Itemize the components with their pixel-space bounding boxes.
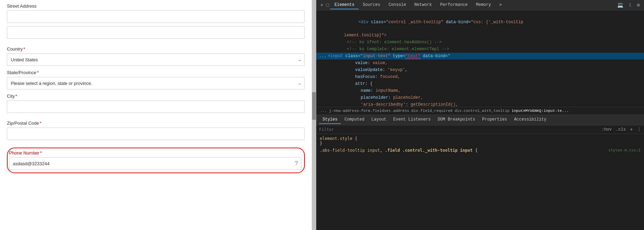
country-label: Country* — [7, 46, 305, 52]
cursor-icon[interactable]: ⌖ — [319, 2, 325, 9]
code-line: lement.tooltip}"> — [316, 32, 644, 39]
tab-console[interactable]: Console — [384, 1, 410, 9]
tab-layout[interactable]: Layout — [368, 116, 390, 124]
phone-required: * — [40, 150, 42, 156]
styles-filter-bar: :hov .cls + ⋮ — [316, 125, 644, 134]
code-line: hasFocus: focused, — [316, 73, 644, 80]
state-label: State/Province* — [7, 70, 305, 75]
breadcrumb-ellipsis[interactable]: ... — [319, 108, 328, 113]
css-element-style-block: element.style { — [320, 136, 641, 141]
code-line: placeholder: placeholder, — [316, 94, 644, 101]
phone-label: Phone Number* — [9, 150, 301, 156]
zip-label: Zip/Postal Code* — [7, 121, 305, 126]
country-select[interactable]: United States — [7, 53, 305, 66]
settings-icon[interactable]: ⚙ — [636, 1, 641, 9]
devtools-breadcrumb: ... j-new-address-form.fieldset.address … — [316, 107, 644, 115]
devtools-icon-group: 💻 1 ⚙ — [616, 1, 641, 9]
state-required: * — [37, 70, 39, 75]
inspect-icon[interactable]: □ — [325, 2, 330, 9]
tab-properties[interactable]: Properties — [479, 116, 510, 124]
tab-elements[interactable]: Elements — [330, 1, 359, 9]
form-panel: Street Address Country* United States ⌄ … — [0, 0, 312, 230]
street-address-label: Street Address — [7, 3, 305, 9]
country-select-wrapper: United States ⌄ — [7, 53, 305, 66]
phone-input[interactable] — [9, 157, 301, 170]
city-input[interactable] — [7, 100, 305, 113]
code-line: value: value, — [316, 60, 644, 67]
devtools-badge: 1 — [627, 2, 633, 8]
state-group: State/Province* Please select a region, … — [7, 70, 305, 89]
tab-sources[interactable]: Sources — [359, 1, 384, 9]
code-line: valueUpdate: 'keyup', — [316, 67, 644, 73]
breadcrumb-field[interactable]: div.field_required — [410, 108, 454, 113]
city-label: City* — [7, 94, 305, 99]
phone-annotation: Phone Number* ? — [7, 148, 305, 173]
zip-input[interactable] — [7, 127, 305, 140]
devtools-toggle-icon[interactable]: 💻 — [616, 1, 625, 9]
street-address-input-1[interactable] — [7, 10, 305, 23]
breadcrumb-input[interactable]: input#MYUGNKQ:input-te... — [510, 108, 570, 113]
form-scroll: Street Address Country* United States ⌄ … — [7, 3, 305, 230]
country-group: Country* United States ⌄ — [7, 46, 305, 66]
add-style-button[interactable]: + — [630, 127, 633, 132]
code-line: <div class="control _with-tooltip" data-… — [316, 12, 644, 32]
street-address-group: Street Address — [7, 3, 305, 42]
code-line: 'aria-describedby': getDescriptionId(), — [316, 101, 644, 107]
zip-group: Zip/Postal Code* — [7, 121, 305, 143]
css-class-block: .abs-field-tooltip input, .field .contro… — [320, 148, 641, 153]
zip-required: * — [40, 121, 42, 126]
tab-memory[interactable]: Memory — [472, 1, 495, 9]
tab-computed[interactable]: Computed — [341, 116, 368, 124]
tab-network[interactable]: Network — [410, 1, 436, 9]
styles-filter-input[interactable] — [319, 127, 602, 132]
tab-more[interactable]: » — [495, 1, 506, 9]
help-icon[interactable]: ? — [295, 160, 298, 167]
hov-button[interactable]: :hov — [602, 127, 612, 132]
code-line: <!-- ko template: element.elementTmpl --… — [316, 46, 644, 53]
tab-accessibility[interactable]: Accessibility — [510, 116, 550, 124]
more-options-icon[interactable]: ⋮ — [637, 127, 641, 132]
tab-event-listeners[interactable]: Event Listeners — [390, 116, 434, 124]
city-required: * — [15, 94, 17, 99]
street-address-input-2[interactable] — [7, 26, 305, 39]
state-select-wrapper: Please select a region, state or provinc… — [7, 77, 305, 89]
code-line: attr: { — [316, 80, 644, 87]
devtools-code-area[interactable]: <div class="control _with-tooltip" data-… — [316, 10, 644, 107]
tab-dom-breakpoints[interactable]: DOM Breakpoints — [434, 116, 479, 124]
styles-filter-buttons: :hov .cls + ⋮ — [602, 127, 641, 132]
tab-styles[interactable]: Styles — [319, 116, 341, 124]
code-line-selected: ... <input class="input-text" type="text… — [316, 53, 644, 60]
phone-field-wrapper: ? — [9, 157, 301, 170]
breadcrumb-form[interactable]: j-new-address-form.fieldset.address — [328, 108, 410, 113]
phone-group: Phone Number* ? — [9, 150, 301, 170]
city-group: City* — [7, 94, 305, 116]
devtools-bottom-tabs: Styles Computed Layout Event Listeners D… — [316, 115, 644, 125]
css-element-style-close: } — [320, 141, 641, 146]
panel-scrollbar[interactable] — [312, 0, 316, 230]
styles-content: element.style { } .abs-field-tooltip inp… — [316, 134, 644, 230]
devtools-top-tabs: ⌖ □ Elements Sources Console Network Per… — [316, 0, 644, 10]
tab-performance[interactable]: Performance — [436, 1, 472, 9]
devtools-panel: ⌖ □ Elements Sources Console Network Per… — [316, 0, 644, 230]
state-select[interactable]: Please select a region, state or provinc… — [7, 77, 305, 89]
scrollbar-thumb[interactable] — [312, 92, 316, 120]
cls-button[interactable]: .cls — [616, 127, 626, 132]
code-line: name: inputName, — [316, 87, 644, 94]
country-required: * — [24, 46, 25, 52]
breadcrumb-control[interactable]: div.control_with_tooltip — [454, 108, 510, 113]
code-line: <!-- ko ifnot: element.hasAddons() --> — [316, 39, 644, 46]
